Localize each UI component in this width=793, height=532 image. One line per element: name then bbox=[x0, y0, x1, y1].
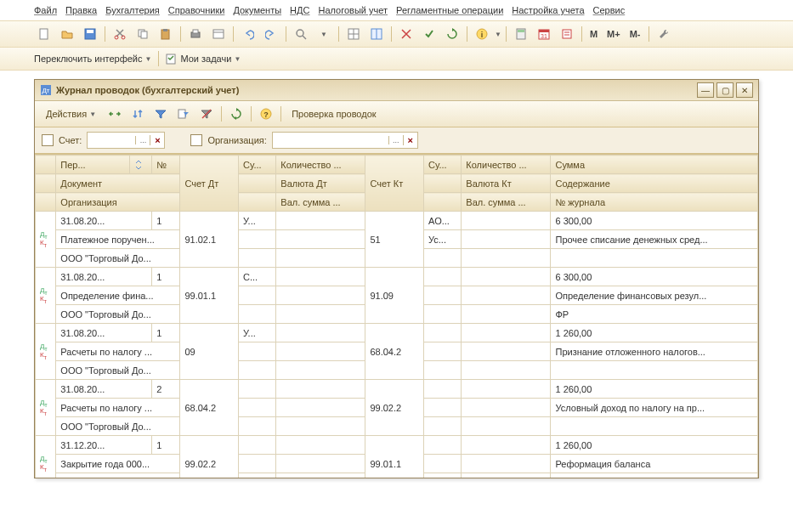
entries-table: Пер... № Счет Дт Су... Количество ... Сч… bbox=[35, 155, 758, 478]
info-dropdown-icon[interactable]: ▼ bbox=[495, 31, 501, 38]
col-valkt-header[interactable]: Валюта Кт bbox=[462, 174, 551, 193]
menu-regulatory[interactable]: Регламентные операции bbox=[396, 5, 503, 15]
grid-container: Пер... № Счет Дт Су... Количество ... Сч… bbox=[35, 154, 758, 478]
col-valsumkt-header[interactable]: Вал. сумма ... bbox=[462, 193, 551, 212]
svg-rect-0 bbox=[40, 29, 48, 39]
col-content-header[interactable]: Содержание bbox=[551, 174, 758, 193]
m-button[interactable]: M bbox=[586, 27, 601, 41]
org-filter-input[interactable]: ... × bbox=[272, 132, 418, 149]
copy-icon[interactable] bbox=[133, 24, 153, 44]
svg-text:Дт: Дт bbox=[42, 87, 49, 94]
grid2-icon[interactable] bbox=[366, 24, 387, 44]
sort-icon[interactable] bbox=[127, 104, 148, 124]
check-icon[interactable] bbox=[419, 24, 439, 44]
col-acct-kt-header[interactable]: Счет Кт bbox=[365, 156, 424, 212]
info-icon[interactable]: i bbox=[472, 24, 492, 44]
check-entries-button[interactable]: Проверка проводок bbox=[286, 106, 382, 122]
grid-scroll[interactable]: Пер... № Счет Дт Су... Количество ... Сч… bbox=[35, 155, 758, 478]
filter-doc-icon[interactable] bbox=[173, 104, 194, 124]
table-row[interactable]: ДтКт 31.08.20...1 91.02.1У... 51АО... 6 … bbox=[36, 212, 758, 230]
col-sum-header[interactable]: Сумма bbox=[551, 156, 758, 174]
interface-bar: Переключить интерфейс▼ Мои задачи▼ bbox=[0, 48, 793, 71]
menu-file[interactable]: Файл bbox=[34, 5, 57, 15]
svg-line-14 bbox=[303, 36, 306, 39]
grid-icon[interactable] bbox=[343, 24, 364, 44]
menu-service[interactable]: Сервис bbox=[593, 5, 626, 15]
expand-icon[interactable] bbox=[105, 104, 125, 124]
col-valsumdt-header[interactable]: Вал. сумма ... bbox=[276, 193, 365, 212]
menu-documents[interactable]: Документы bbox=[233, 5, 281, 15]
minimize-button[interactable]: — bbox=[697, 82, 714, 98]
account-select-icon[interactable]: ... bbox=[135, 136, 150, 144]
svg-rect-10 bbox=[193, 30, 198, 33]
dropdown-icon[interactable]: ▼ bbox=[314, 24, 334, 44]
svg-rect-8 bbox=[163, 29, 167, 31]
col-period-header[interactable]: Пер... bbox=[56, 156, 129, 174]
calendar-icon[interactable]: 31 bbox=[534, 24, 554, 44]
m-plus-button[interactable]: M+ bbox=[603, 27, 624, 41]
dtkt-icon: ДтКт bbox=[36, 380, 56, 436]
col-sub-kt-header[interactable]: Су... bbox=[424, 156, 462, 174]
col-journal-header[interactable]: № журнала bbox=[551, 193, 758, 212]
filter-off-icon[interactable] bbox=[196, 104, 217, 124]
wrench-icon[interactable] bbox=[654, 24, 674, 44]
col-acct-dt-header[interactable]: Счет Дт bbox=[180, 156, 239, 212]
open-icon[interactable] bbox=[57, 24, 77, 44]
window-title: Журнал проводок (бухгалтерский учет) bbox=[56, 85, 694, 95]
account-checkbox[interactable] bbox=[42, 134, 54, 146]
undo-icon[interactable] bbox=[238, 24, 258, 44]
col-icon-header[interactable] bbox=[36, 156, 56, 174]
redo-icon[interactable] bbox=[261, 24, 281, 44]
col-sub-dt-header[interactable]: Су... bbox=[239, 156, 276, 174]
svg-text:?: ? bbox=[263, 110, 269, 119]
calc-icon[interactable] bbox=[511, 24, 531, 44]
menu-directories[interactable]: Справочники bbox=[168, 5, 225, 15]
help-icon[interactable]: ? bbox=[256, 104, 276, 124]
journal-icon[interactable] bbox=[557, 24, 577, 44]
col-sort-header[interactable] bbox=[129, 156, 152, 174]
menu-accounting[interactable]: Бухгалтерия bbox=[105, 5, 160, 15]
col-org-header[interactable]: Организация bbox=[56, 193, 180, 212]
menu-settings[interactable]: Настройка учета bbox=[512, 5, 584, 15]
org-clear-icon[interactable]: × bbox=[403, 135, 417, 145]
col-qty-kt-header[interactable]: Количество ... bbox=[462, 156, 551, 174]
close-button[interactable]: ✕ bbox=[736, 82, 753, 98]
filter-icon[interactable] bbox=[150, 104, 171, 124]
menu-vat[interactable]: НДС bbox=[290, 5, 309, 15]
table-row[interactable]: ДтКт 31.08.20...1 09У... 68.04.2 1 260,0… bbox=[36, 324, 758, 342]
save-icon[interactable] bbox=[80, 24, 100, 44]
search-icon[interactable] bbox=[291, 24, 311, 44]
table-row[interactable]: ДтКт 31.12.20...1 99.02.2 99.01.1 1 260,… bbox=[36, 436, 758, 455]
account-filter-input[interactable]: ... × bbox=[87, 132, 165, 149]
my-tasks-button[interactable]: Мои задачи▼ bbox=[166, 53, 241, 65]
action-toolbar: Действия▼ ? Проверка проводок bbox=[35, 101, 758, 127]
dtkt-icon: ДтКт bbox=[36, 324, 56, 380]
refresh-icon[interactable] bbox=[226, 104, 246, 124]
filter-bar: Счет: ... × Организация: ... × bbox=[35, 127, 758, 154]
maximize-button[interactable]: ▢ bbox=[717, 82, 734, 98]
actions-menu-button[interactable]: Действия▼ bbox=[40, 106, 102, 122]
account-clear-icon[interactable]: × bbox=[150, 135, 164, 145]
reload-icon[interactable] bbox=[442, 24, 462, 44]
org-select-icon[interactable]: ... bbox=[388, 136, 403, 144]
cut-icon[interactable] bbox=[110, 24, 130, 44]
table-row[interactable]: ДтКт 31.08.20...2 68.04.2 99.02.2 1 260,… bbox=[36, 380, 758, 399]
m-minus-button[interactable]: M- bbox=[626, 27, 644, 41]
org-checkbox[interactable] bbox=[190, 134, 202, 146]
col-doc-header[interactable]: Документ bbox=[56, 174, 180, 193]
print-icon[interactable] bbox=[185, 24, 206, 44]
svg-text:31: 31 bbox=[541, 33, 547, 39]
form-icon[interactable] bbox=[208, 24, 229, 44]
table-row[interactable]: ДтКт 31.08.20...1 99.01.1С... 91.09 6 30… bbox=[36, 268, 758, 286]
switch-interface-button[interactable]: Переключить интерфейс▼ bbox=[34, 54, 151, 64]
new-doc-icon[interactable] bbox=[34, 24, 54, 44]
col-num-header[interactable]: № bbox=[152, 156, 180, 174]
close-x-icon[interactable] bbox=[396, 24, 416, 44]
menu-edit[interactable]: Правка bbox=[65, 5, 97, 15]
svg-rect-33 bbox=[178, 110, 185, 118]
paste-icon[interactable] bbox=[156, 24, 176, 44]
col-valdt-header[interactable]: Валюта Дт bbox=[276, 174, 365, 193]
svg-rect-2 bbox=[87, 30, 93, 33]
menu-tax[interactable]: Налоговый учет bbox=[318, 5, 388, 15]
col-qty-dt-header[interactable]: Количество ... bbox=[276, 156, 365, 174]
